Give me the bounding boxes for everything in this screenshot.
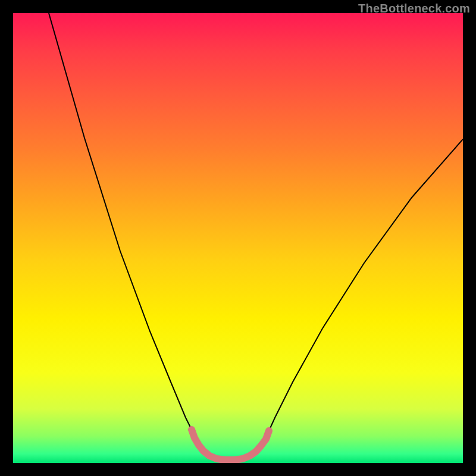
curve-layer: [13, 13, 463, 463]
chart-frame: TheBottleneck.com: [0, 0, 476, 476]
highlight-segment-path: [192, 430, 269, 460]
bottleneck-curve-path: [49, 13, 463, 460]
watermark-text: TheBottleneck.com: [358, 2, 470, 15]
plot-area: [13, 13, 463, 463]
